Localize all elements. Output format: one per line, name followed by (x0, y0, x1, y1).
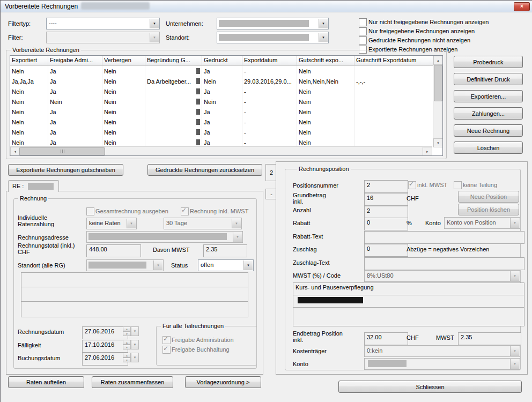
faelligkeit-dropdown[interactable]: ▼ (131, 340, 139, 349)
standort-rg-combo[interactable]: ▼ (86, 259, 164, 271)
table-row[interactable]: NeinJaNeinJa-Nein (10, 66, 442, 76)
table-row[interactable]: NeinJaNeinJa-Nein (10, 107, 442, 117)
buchungsdatum-field[interactable]: 27.06.2016 (82, 353, 128, 366)
endbetrag-field[interactable]: 32.00 (364, 332, 408, 345)
dropdown-arrow-icon[interactable]: ▼ (127, 219, 136, 228)
filter-combo[interactable]: ▼ (46, 32, 160, 43)
position-loeschen-button[interactable]: Position löschen (458, 204, 519, 215)
checkbox-gedruckte-nicht-anzeigen[interactable] (359, 36, 367, 44)
column-header[interactable]: Exportiert (10, 56, 48, 65)
freigabe-buchhaltung-checkbox[interactable]: ✓ (162, 346, 171, 354)
checkbox-nur-nicht-freigegebene[interactable] (359, 18, 367, 26)
checkbox-nur-freigegebene[interactable] (359, 27, 367, 35)
definitiver-druck-button[interactable]: Definitiver Druck (454, 73, 523, 85)
raten-combo[interactable]: keine Raten ▼ (86, 218, 137, 229)
filtertyp-combo[interactable]: ---- ▼ (46, 18, 160, 29)
hscroll-thumb[interactable] (19, 147, 105, 155)
dropdown-arrow-icon[interactable]: ▼ (233, 232, 242, 242)
table-vertical-scrollbar[interactable]: ▲ ▼ (433, 56, 442, 147)
dropdown-arrow-icon[interactable]: ▼ (150, 33, 159, 42)
zahlungsfrist-combo[interactable]: 30 Tage ▼ (164, 218, 242, 229)
dropdown-arrow-icon[interactable]: ▼ (232, 219, 241, 228)
exportierte-gutschreiben-button[interactable]: Exportierte Rechnungen gutschreiben (8, 164, 123, 176)
mwst-code-combo[interactable]: 8%:USt80 ▼ (364, 270, 520, 282)
raten-zusammenfassen-button[interactable]: Raten zusammenfassen (92, 376, 173, 388)
exportieren-button[interactable]: Exportieren... (454, 90, 523, 102)
scroll-up-icon[interactable]: ▲ (433, 56, 443, 65)
neue-position-button[interactable]: Neue Position (458, 191, 519, 203)
table-row[interactable]: NeinJaNeinJa-Nein (10, 127, 442, 137)
rechnung-inkl-mwst-checkbox[interactable]: ✓ (181, 207, 189, 215)
dropdown-arrow-icon[interactable]: ▼ (243, 260, 253, 270)
neue-rechnung-button[interactable]: Neue Rechnung (454, 124, 523, 137)
unternehmen-combo[interactable]: ▼ (217, 18, 329, 29)
zuschlag-field[interactable]: 0 (364, 244, 408, 257)
status-combo[interactable]: offen ▼ (198, 259, 254, 271)
column-header[interactable]: Gutschrift Exportdatum (354, 56, 443, 65)
dropdown-arrow-icon[interactable]: ▼ (319, 33, 328, 42)
rabatt-field[interactable]: 0 (364, 218, 408, 230)
standort-combo[interactable]: ▼ (217, 32, 329, 43)
mwst-endbetrag-field[interactable]: 2.35 (458, 332, 521, 345)
scroll-down-icon[interactable]: ▼ (433, 138, 443, 147)
kostentraeger-combo[interactable]: 0:kein ▼ (364, 345, 520, 357)
konto2-combo[interactable]: ▼ (364, 358, 520, 370)
dropdown-arrow-icon[interactable]: ▼ (319, 19, 328, 28)
rechnungsdatum-dropdown[interactable]: ▼ (131, 326, 139, 336)
dropdown-arrow-icon[interactable]: ▼ (153, 260, 162, 270)
rabatt-text-field[interactable] (364, 231, 524, 244)
address-line-field-2[interactable] (21, 287, 248, 303)
titlebar[interactable]: Vorbereitete Rechnungen × (1, 1, 532, 12)
table-row[interactable]: NeinJaNeinJa-Nein (10, 86, 442, 96)
davon-mwst-field[interactable]: 2.35 (203, 244, 247, 257)
column-header[interactable]: Exportdatum (242, 56, 297, 65)
address-line-field-3[interactable] (21, 301, 248, 317)
grundbetrag-field[interactable]: 16 (364, 193, 408, 206)
faelligkeit-spinner[interactable]: ▲ ▼ (123, 340, 131, 349)
inkl-mwst-position-checkbox[interactable]: ✓ (408, 181, 416, 189)
keine-teilung-checkbox[interactable] (454, 181, 462, 189)
column-header[interactable]: Verbergen (102, 56, 145, 65)
table-row[interactable]: NeinJaNeinJa-Nein (10, 117, 442, 127)
rechnungsadresse-combo[interactable]: ▼ (86, 231, 243, 243)
zuschlag-text-field[interactable] (364, 257, 524, 270)
gedruckte-zuruecksetzen-button[interactable]: Gedruckte Rechnungen zurücksetzen (147, 164, 262, 176)
zahlungen-button[interactable]: Zahlungen... (454, 107, 523, 120)
spin-up-icon[interactable]: ▲ (123, 326, 131, 331)
gesamtrechnung-checkbox[interactable] (86, 207, 94, 215)
scroll-left-icon[interactable]: ◄ (10, 147, 20, 156)
column-header[interactable]: Begründung G... (145, 56, 202, 65)
spin-up-icon[interactable]: ▲ (123, 340, 131, 345)
column-header[interactable]: Freigabe Admi... (48, 56, 102, 65)
probedruck-button[interactable]: Probedruck (454, 56, 523, 68)
rechnungsdatum-field[interactable]: 27.06.2016 (82, 326, 128, 339)
konto-position-combo[interactable]: Konto von Position ▼ (444, 217, 520, 229)
dropdown-arrow-icon[interactable]: ▼ (510, 218, 519, 228)
close-button[interactable]: × (514, 2, 530, 11)
dropdown-arrow-icon[interactable]: ▼ (510, 271, 519, 281)
buchungsdatum-dropdown[interactable]: ▼ (131, 353, 139, 362)
address-line-field-1[interactable] (21, 272, 248, 288)
tab-re[interactable]: RE : (8, 180, 59, 192)
spin-down-icon[interactable]: ▼ (123, 358, 131, 362)
table-horizontal-scrollbar[interactable]: ◄ ► (10, 146, 432, 155)
buchungsdatum-spinner[interactable]: ▲ ▼ (123, 353, 131, 362)
scroll-right-icon[interactable]: ► (423, 147, 432, 156)
vorlagezuordnung-button[interactable]: Vorlagezuordnung > (185, 376, 261, 388)
anzahl-field[interactable]: 2 (364, 206, 408, 219)
schliessen-button[interactable]: Schliessen (338, 381, 522, 393)
dropdown-arrow-icon[interactable]: ▼ (510, 346, 519, 356)
table-row[interactable]: NeinNeinNeinNein-Nein (10, 96, 442, 107)
dropdown-arrow-icon[interactable]: ▼ (150, 19, 159, 28)
spin-down-icon[interactable]: ▼ (123, 331, 131, 336)
freigabe-administration-checkbox[interactable]: ✓ (162, 336, 171, 344)
raten-aufteilen-button[interactable]: Raten aufteilen (8, 376, 84, 388)
loeschen-button[interactable]: Löschen (454, 142, 523, 154)
column-header[interactable]: Gutschrift expo... (297, 56, 354, 65)
dropdown-arrow-icon[interactable]: ▼ (510, 359, 519, 369)
spin-up-icon[interactable]: ▲ (123, 353, 131, 358)
column-header[interactable]: Gedruckt (202, 56, 242, 65)
positionsnummer-field[interactable]: 2 (364, 180, 408, 193)
vscroll-thumb[interactable] (434, 65, 442, 101)
table-row[interactable]: Ja,Ja,JaJaNeinDa Arbeitgeber...Nein29.03… (10, 76, 442, 86)
